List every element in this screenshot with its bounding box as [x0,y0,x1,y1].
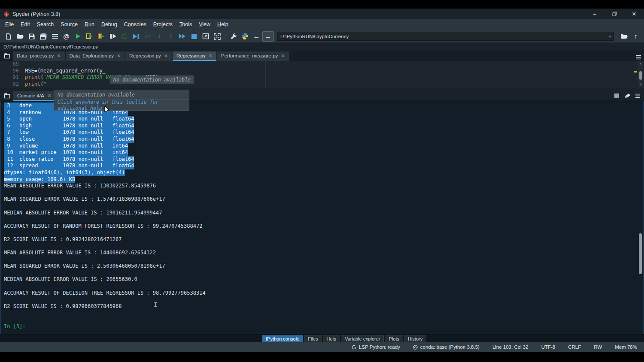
editor-scroll-thumb[interactable] [639,71,642,80]
maximize-pane-icon[interactable] [200,31,211,42]
scroll-down-icon[interactable]: ▼ [639,83,642,86]
pane-tab-ipython-console[interactable]: IPython console [262,335,303,342]
back-icon[interactable]: ← [251,31,262,42]
console-tab-label: Console 4/A [17,93,44,98]
run-file-icon[interactable] [72,31,84,42]
menu-debug[interactable]: Debug [98,20,121,29]
documentation-tooltip[interactable]: No documentation available Click anywher… [54,90,189,111]
editor-scrollbar[interactable]: ▲ ▼ [638,62,643,87]
working-directory-field[interactable]: D:\PythonRUN\CryptoCurrency ▾ [277,32,614,41]
console-options-icon[interactable] [635,94,641,98]
console-line: 11 close_ratio 1078 non-null float64 [4,156,644,163]
console-line: MEDIAN ABSOLUTE ERROR VALUE IS : 1901621… [4,210,644,217]
console-line: 7 low 1078 non-null float64 [4,129,644,136]
pane-tab-history[interactable]: History [404,335,426,342]
console-line: R2_SCORE VALUE IS : 0.9879660377845968 [4,303,644,310]
console-line: MEDIAN ABSOLUTE ERROR VALUE IS : 2065563… [4,276,644,283]
step-return-icon[interactable] [165,31,176,42]
scroll-up-icon[interactable]: ▲ [639,62,642,65]
selected-text: 8 close 1078 non-null float64 [4,136,134,143]
file-switcher-icon[interactable] [49,31,61,42]
tab-close-icon[interactable]: ✕ [281,53,285,59]
code-segment: print [25,74,40,80]
new-file-icon[interactable] [3,31,14,42]
menu-help[interactable]: Help [214,20,232,29]
selected-text: dtypes: float64(6), int64(3), object(4) [4,169,125,176]
pane-tab-files[interactable]: Files [304,335,322,342]
python-env-icon[interactable] [239,31,251,42]
breadcrumb: D:\PythonRUN\CryptoCurrency\Regressor.py [0,43,644,51]
code-text: print(" [25,81,47,88]
parent-directory-icon[interactable]: ↑ [630,31,641,42]
ipython-console-output[interactable]: 3 date 1078 non-null object 4 ranknow 10… [0,101,644,334]
symbol-finder-icon[interactable]: @ [61,31,72,42]
dropdown-arrow-icon[interactable]: ▾ [609,34,611,39]
menu-projects[interactable]: Projects [150,20,176,29]
console-line: MEAN SQUARED ERROR VALUE IS : 1.57497183… [4,196,644,203]
tab-close-icon[interactable]: ✕ [57,53,61,59]
letterbox-top [0,0,644,9]
tooltip-help-link[interactable]: Click anywhere in this tooltip for addit… [54,100,189,110]
tab-close-icon[interactable]: ✕ [209,53,213,59]
run-cell-icon[interactable] [84,31,95,42]
menu-source[interactable]: Source [57,20,81,29]
pane-tab-variable-explorer[interactable]: Variable explorer [341,335,384,342]
pane-tab-plots[interactable]: Plots [385,335,403,342]
tabbar-options-icon[interactable] [635,55,641,60]
close-button[interactable]: ✕ [624,9,644,19]
menu-file[interactable]: File [2,20,17,29]
editor-tab-data_exploration-py[interactable]: Data_Exploration.py✕ [66,51,125,61]
continue-icon[interactable] [176,31,188,42]
menu-consoles[interactable]: Consoles [121,20,150,29]
clear-console-icon[interactable] [624,93,631,99]
console-line: memory usage: 109.6+ KB [4,176,644,183]
status-label: RW [594,344,602,350]
tab-close-icon[interactable]: ✕ [164,53,168,59]
selected-text: 11 close_ratio 1078 non-null float64 [4,156,134,163]
toolbar-right-group: ↑ [618,31,641,42]
console-tab[interactable]: Console 4/A ✕ [13,91,56,101]
run-cell-advance-icon[interactable] [95,31,107,42]
editor-tab-performance_measure-py[interactable]: Performance_measure.py✕ [217,51,289,61]
console-line: 6 high 1078 non-null float64 [4,123,644,130]
console-line [4,317,644,323]
save-all-icon[interactable] [37,31,49,42]
step-over-icon[interactable] [142,31,153,42]
console-browse-tabs-icon[interactable] [2,91,12,100]
status-line-103-col-32: Line 103, Col 32 [492,344,529,350]
spyder-logo-icon [3,11,9,17]
editor-tab-data_process-py[interactable]: Data_process.py✕ [13,51,65,61]
open-directory-icon[interactable] [618,31,630,42]
selected-text: 9 volume 1078 non-null int64 [4,143,128,150]
code-editor[interactable]: ▲ ▼ 8990MSE=(mean_squared_error(y_91prin… [0,61,644,88]
console-scroll-thumb[interactable] [639,233,642,274]
tab-close-icon[interactable]: ✕ [117,53,121,59]
stop-icon[interactable] [188,31,200,42]
browse-tabs-icon[interactable] [2,51,12,60]
menu-edit[interactable]: Edit [17,20,33,29]
menu-run[interactable]: Run [81,20,98,29]
interrupt-kernel-icon[interactable] [614,93,620,99]
rerun-cell-icon[interactable] [118,31,130,42]
console-tab-close-icon[interactable]: ✕ [48,93,52,99]
line-number: 92 [0,81,25,88]
menu-view[interactable]: View [195,20,214,29]
run-selection-icon[interactable] [107,31,118,42]
editor-tab-regression-py[interactable]: Regression.py✕ [125,51,172,61]
restore-button[interactable] [605,9,624,19]
menu-search[interactable]: Search [33,20,58,29]
open-file-icon[interactable] [14,31,26,42]
editor-tab-regressor-py[interactable]: Regressor.py✕ [173,51,216,61]
fullscreen-icon[interactable] [211,31,223,42]
pane-tab-help[interactable]: Help [323,335,340,342]
preferences-icon[interactable] [228,31,239,42]
forward-icon[interactable]: → [262,31,274,42]
status-label: LSP Python: ready [359,344,400,350]
menu-tools[interactable]: Tools [176,20,195,29]
step-into-icon[interactable] [153,31,165,42]
console-header-actions [614,93,641,99]
save-icon[interactable] [26,31,37,42]
debug-file-icon[interactable] [130,31,142,42]
console-line [4,310,644,317]
minimize-button[interactable]: – [585,9,605,19]
